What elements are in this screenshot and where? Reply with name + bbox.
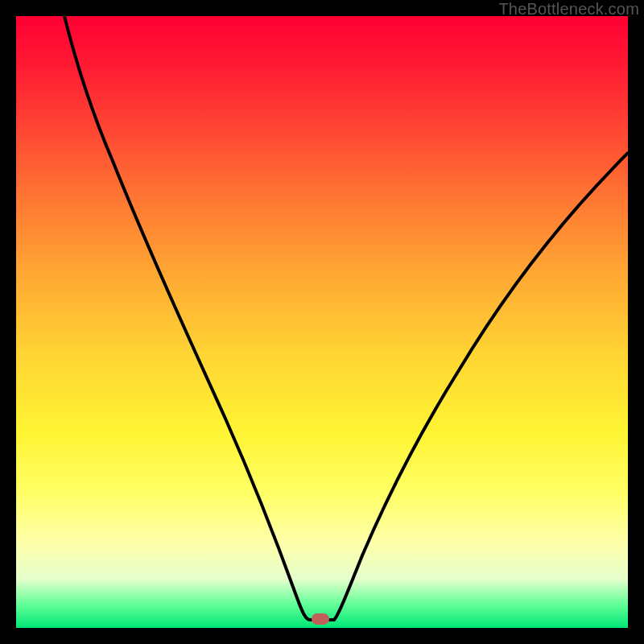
optimal-point-marker (312, 613, 329, 625)
bottleneck-curve (16, 16, 628, 628)
chart-frame: TheBottleneck.com (0, 0, 644, 644)
plot-area (16, 16, 628, 628)
watermark-text: TheBottleneck.com (498, 0, 639, 19)
